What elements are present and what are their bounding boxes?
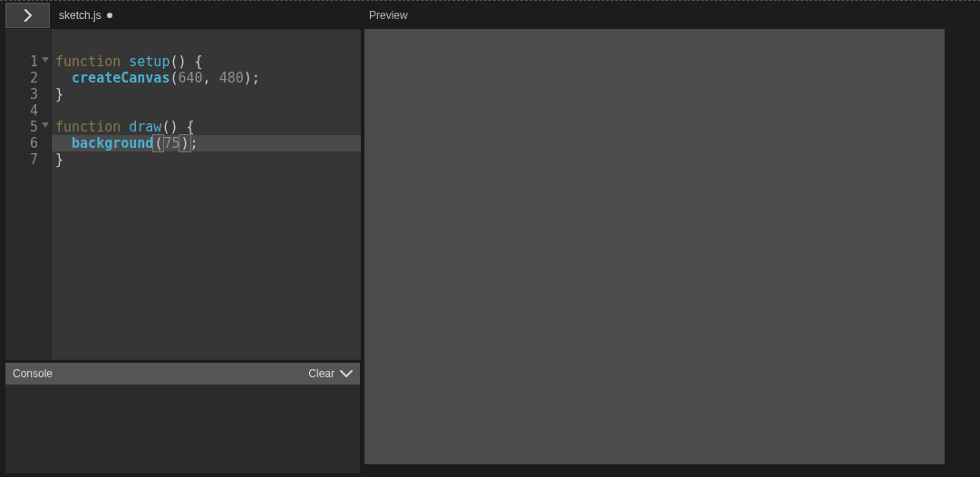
number-token: 75 [163, 135, 180, 151]
punct-token: { [187, 119, 195, 135]
function-token: setup [129, 54, 170, 70]
fold-triangle-icon[interactable] [42, 122, 49, 128]
punct-token: } [55, 86, 63, 102]
code-line[interactable]: } [52, 86, 361, 102]
line-number: 6 [6, 135, 51, 151]
punct-token: { [195, 54, 203, 70]
console-clear-label: Clear [308, 367, 335, 380]
line-number: 4 [6, 102, 51, 119]
code-editor[interactable]: 1234567 function setup() { createCanvas(… [5, 29, 360, 360]
number-token: 640 [178, 70, 202, 86]
preview-header: Preview [367, 3, 975, 28]
unsaved-dot-icon [107, 13, 112, 18]
line-number: 7 [6, 151, 51, 168]
sidebar-toggle-button[interactable] [5, 3, 50, 28]
function-token: createCanvas [72, 70, 170, 86]
line-number: 3 [6, 86, 51, 102]
console-label: Console [13, 367, 53, 380]
line-number: 2 [6, 70, 51, 86]
punct-token: () [161, 119, 178, 135]
keyword-token: function [55, 119, 121, 135]
app-root: sketch.js Preview 1234567 function setup… [0, 0, 980, 477]
keyword-token: function [55, 54, 121, 70]
punct-token: ; [190, 135, 199, 151]
preview-label: Preview [369, 9, 408, 22]
number-token: 480 [219, 70, 244, 86]
preview-canvas [364, 29, 945, 464]
punct-token: , [203, 70, 211, 86]
punct-token: () [170, 54, 186, 70]
function-token: background [72, 135, 153, 151]
line-number: 5 [6, 119, 51, 135]
code-line[interactable]: } [52, 151, 361, 168]
fold-triangle-icon[interactable] [42, 57, 49, 63]
console-header: Console Clear [5, 363, 360, 385]
line-number: 1 [6, 54, 51, 70]
punct-token: ); [244, 70, 260, 86]
file-tab-label: sketch.js [59, 9, 102, 22]
console-clear-button[interactable]: Clear [308, 367, 353, 380]
console-output[interactable] [5, 385, 360, 473]
chevron-down-icon [340, 369, 353, 378]
code-area[interactable]: function setup() { createCanvas(640, 480… [52, 30, 361, 359]
editor-tabbar: sketch.js [5, 3, 360, 28]
file-tab[interactable]: sketch.js [50, 3, 121, 28]
chevron-right-icon [24, 9, 33, 22]
function-token: draw [129, 119, 161, 135]
code-line[interactable] [52, 102, 361, 119]
code-line[interactable]: function setup() { [52, 54, 361, 70]
punct-token: } [55, 151, 63, 168]
code-line[interactable]: function draw() { [52, 119, 361, 135]
code-line[interactable]: background(75); [52, 135, 361, 151]
code-line[interactable]: createCanvas(640, 480); [52, 70, 361, 86]
line-gutter: 1234567 [6, 30, 52, 359]
